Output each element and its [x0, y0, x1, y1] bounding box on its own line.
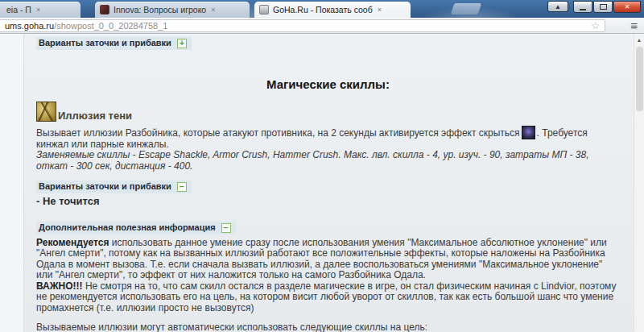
expand-plus-icon[interactable]: + — [177, 39, 187, 48]
scroll-up-icon[interactable]: ▲ — [634, 34, 644, 43]
tab-2[interactable]: Innova: Вопросы игроко × — [95, 2, 250, 18]
main-skill-description: Вызывает иллюзии Разбойника, которые ата… — [36, 126, 620, 172]
main-skill-header: Иллюзия тени — [36, 102, 620, 122]
spoiler-label: Варианты заточки и прибавки — [39, 181, 171, 193]
goha-favicon — [259, 5, 269, 15]
maximize-icon — [600, 4, 607, 10]
collapse-minus-icon[interactable]: − — [177, 182, 187, 192]
innova-favicon — [100, 5, 109, 15]
tab-1-close-icon[interactable]: × — [36, 6, 40, 14]
main-skill-name: Иллюзия тени — [58, 110, 132, 122]
minimize-button[interactable] — [573, 1, 592, 13]
browser-toolbar: ums.goha.ru/showpost_0_0_20284758_1 ☆ ≡ — [0, 18, 644, 34]
spoiler-header-enhancement[interactable]: Варианты заточки и прибавки − — [36, 181, 192, 193]
forum-post: Варианты заточки и прибавки + Магические… — [36, 34, 620, 332]
browser-menu-icon[interactable]: ≡ — [630, 19, 638, 32]
spoiler-header-extra-info[interactable]: Дополнительная полезная информация − — [36, 222, 236, 234]
spoiler-label: Варианты заточки и прибавки — [39, 38, 171, 49]
scrollbar-thumb[interactable] — [636, 47, 643, 111]
minimize-icon — [580, 9, 586, 10]
url-path: /showpost_0_0_20284758_1 — [54, 21, 167, 31]
page-scrollbar[interactable]: ▲ — [634, 34, 644, 332]
skill-details: Заменяемые скиллы - Escape Shackle, Armo… — [36, 150, 620, 172]
browser-titlebar: eia - П × Innova: Вопросы игроко × GoHa.… — [0, 0, 644, 18]
no-sharpen-text: - Не точится — [36, 196, 620, 207]
tab-3-close-icon[interactable]: × — [378, 6, 382, 14]
tab-1[interactable]: eia - П × — [0, 2, 80, 18]
tab-1-label: eia - П — [6, 5, 31, 15]
page-title: Магические скиллы: — [36, 79, 620, 90]
tab-2-close-icon[interactable]: × — [211, 6, 215, 14]
tab-3-active[interactable]: GoHa.Ru - Показать сооб × — [254, 2, 411, 18]
close-window-icon: ✕ — [625, 3, 630, 10]
close-button[interactable]: ✕ — [613, 1, 641, 13]
important-text: Не смотря на то, что сам скилл остался в… — [36, 280, 617, 313]
recommended-label: Рекомендуется — [36, 237, 109, 248]
auto-skills-intro: Вызываемые иллюзии могут автоматически и… — [36, 322, 620, 332]
spoiler-header-enhancement-top[interactable]: Варианты заточки и прибавки + — [36, 37, 192, 50]
bookmark-star-icon[interactable]: ☆ — [591, 21, 600, 31]
skill-desc-text: Вызывает иллюзии Разбойника, которые ата… — [36, 127, 520, 139]
tab-2-label: Innova: Вопросы игроко — [114, 5, 206, 15]
profile-icon: ▲ — [555, 3, 561, 10]
profile-button[interactable]: ▲ — [547, 1, 568, 12]
extra-info-text: Рекомендуется использовать данное умение… — [36, 238, 620, 314]
url-host: ums.goha.ru — [5, 21, 54, 31]
new-tab-button[interactable] — [451, 3, 482, 15]
shadow-illusion-skill-icon — [36, 102, 56, 122]
window-controls: ▲ ✕ — [547, 1, 641, 13]
recommended-text: использовать данное умение сразу после и… — [36, 237, 607, 281]
maximize-button[interactable] — [593, 1, 613, 13]
hide-effect-icon — [522, 126, 535, 139]
collapse-minus-icon[interactable]: − — [221, 223, 231, 233]
spoiler-label: Дополнительная полезная информация — [39, 222, 216, 234]
tab-3-label: GoHa.Ru - Показать сооб — [273, 5, 373, 15]
page-content: ▲ Варианты заточки и прибавки + Магическ… — [0, 34, 644, 332]
address-bar[interactable]: ums.goha.ru/showpost_0_0_20284758_1 ☆ — [0, 19, 605, 32]
page-left-margin — [0, 34, 24, 332]
important-label: ВАЖНО!!! — [36, 280, 83, 292]
